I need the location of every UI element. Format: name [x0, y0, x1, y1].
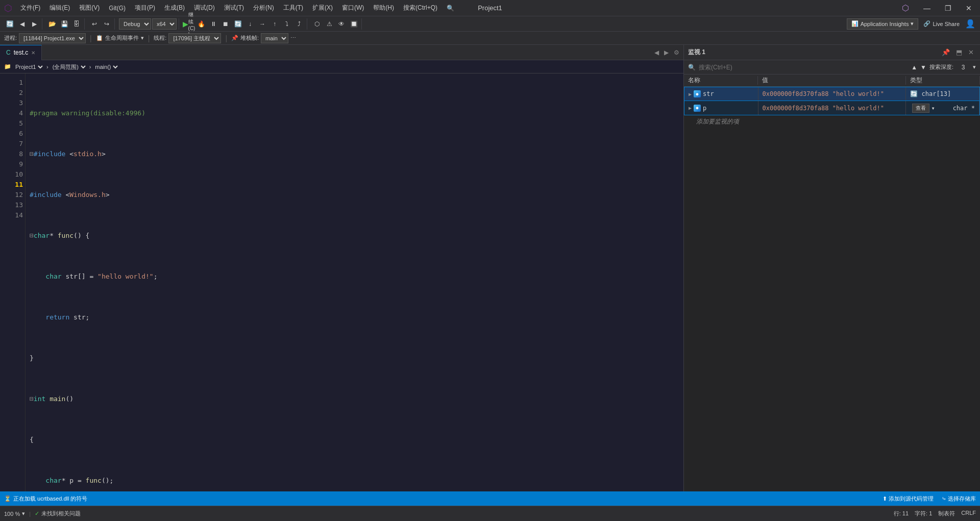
- save-button[interactable]: 💾: [59, 18, 70, 30]
- menu-analyze[interactable]: 分析(N): [249, 3, 278, 13]
- pin-icon[interactable]: 📌: [940, 47, 952, 57]
- search-depth-input[interactable]: [955, 64, 971, 71]
- open-button[interactable]: 📂: [46, 18, 58, 30]
- search-down-icon[interactable]: ▼: [920, 64, 926, 71]
- close-button[interactable]: ✕: [962, 2, 976, 14]
- watch-search-input[interactable]: [699, 64, 908, 71]
- thread-dropdown[interactable]: [17096] 主线程: [168, 33, 221, 43]
- live-share-button[interactable]: 🔗 Live Share: [919, 19, 964, 28]
- menu-search[interactable]: 搜索(Ctrl+Q): [399, 3, 442, 13]
- forward-button[interactable]: ▶: [29, 18, 40, 30]
- zoom-chevron: ▾: [22, 510, 25, 517]
- arch-select[interactable]: x64: [152, 18, 177, 30]
- reload-icon[interactable]: 🔄: [910, 90, 918, 97]
- restart-button[interactable]: 🔄: [232, 18, 243, 30]
- breakpoints-button[interactable]: ⬡: [311, 18, 323, 30]
- step-out-button[interactable]: ↑: [269, 18, 280, 30]
- close-panel-icon[interactable]: ✕: [966, 47, 976, 57]
- watch-actions: 查看 ▾: [910, 104, 937, 113]
- code-line-10: char * p = func ();: [30, 476, 679, 486]
- hot-reload-button[interactable]: 🔥: [195, 18, 207, 30]
- menu-extensions[interactable]: 扩展(X): [308, 3, 337, 13]
- redo-button[interactable]: ↪: [101, 18, 112, 30]
- menu-window[interactable]: 窗口(W): [338, 3, 368, 13]
- tab-settings[interactable]: ⚙: [672, 48, 681, 57]
- menu-help[interactable]: 帮助(H): [369, 3, 398, 13]
- project-breadcrumb[interactable]: Project1: [13, 63, 44, 70]
- tab-testc[interactable]: C test.c ✕: [0, 45, 42, 60]
- stack-section: 📌 堆栈帧: main ⋯: [231, 33, 296, 43]
- stack-dropdown[interactable]: main: [261, 33, 288, 43]
- stop-button[interactable]: ⏹: [220, 18, 231, 30]
- add-source-button[interactable]: ⬆ 添加到源代码管理: [883, 495, 934, 503]
- scope-breadcrumb[interactable]: (全局范围): [51, 63, 87, 70]
- search-up-icon[interactable]: ▲: [911, 64, 917, 71]
- expand-icon-str[interactable]: ▶: [689, 91, 692, 97]
- user-account-button[interactable]: 👤: [965, 18, 976, 30]
- var-icon-str: ●: [694, 90, 701, 97]
- minimize-button[interactable]: —: [919, 2, 935, 14]
- tab-type-indicator[interactable]: 制表符: [938, 510, 955, 517]
- tab-scroll-right[interactable]: ▶: [662, 48, 671, 57]
- tab-scroll-left[interactable]: ◀: [652, 48, 661, 57]
- title-bar: ⬡ 文件(F) 编辑(E) 视图(V) Git(G) 项目(P) 生成(B) 调…: [0, 0, 980, 16]
- view-button[interactable]: 查看: [912, 104, 929, 113]
- watch-row-p[interactable]: ▶ ● p 0x000000f8d370fa88 "hello world!" …: [684, 101, 980, 115]
- editor-panel: C test.c ✕ ◀ ▶ ⚙ 📁 Project1 › (全局范围) › m…: [0, 45, 684, 491]
- watch-button[interactable]: 👁: [336, 18, 347, 30]
- set-next-statement-button[interactable]: ⤴: [293, 18, 305, 30]
- search-icon[interactable]: 🔍: [443, 4, 458, 13]
- code-line-5: char str[] = "hello world!" ;: [30, 271, 679, 282]
- expand-icon-p[interactable]: ▶: [689, 105, 692, 111]
- tab-bar: C test.c ✕ ◀ ▶ ⚙: [0, 45, 683, 60]
- add-watch-row[interactable]: 添加要监视的项: [684, 115, 980, 128]
- undo-button[interactable]: ↩: [89, 18, 100, 30]
- app-insights-button[interactable]: 📊 Application Insights ▾: [847, 18, 919, 30]
- char-indicator[interactable]: 字符: 1: [915, 510, 932, 517]
- watch-table: 名称 值 类型 ▶ ● str 0x000000f8d370fa88 "hell…: [684, 75, 980, 491]
- new-file-button[interactable]: 🔄: [4, 18, 15, 30]
- process-dropdown[interactable]: [11844] Project1.exe: [19, 33, 86, 43]
- float-icon[interactable]: ⬒: [954, 47, 964, 57]
- select-repo-button[interactable]: ⤷ 选择存储库: [942, 495, 976, 503]
- debug-config-select[interactable]: Debug: [119, 18, 151, 30]
- code-content[interactable]: #pragma warning(disable:4996) ⊟ #include…: [26, 73, 683, 491]
- continue-button[interactable]: ▶ 继续(C) ▶: [183, 18, 194, 30]
- step-into-button[interactable]: ↓: [244, 18, 256, 30]
- watch-value-str: 0x000000f8d370fa88 "hello world!": [758, 87, 906, 101]
- step-over-button[interactable]: →: [257, 18, 268, 30]
- pause-button[interactable]: ⏸: [208, 18, 219, 30]
- run-to-cursor-button[interactable]: ⤵: [281, 18, 292, 30]
- stack-label: 堆栈帧:: [240, 34, 259, 42]
- back-button[interactable]: ◀: [16, 18, 28, 30]
- search-depth-chevron[interactable]: ▾: [973, 64, 976, 70]
- menu-tools[interactable]: 工具(T): [279, 3, 307, 13]
- watch-header-actions: 📌 ⬒ ✕: [940, 47, 976, 57]
- stack-actions[interactable]: ⋯: [290, 35, 296, 41]
- vs-logo: ⬡: [4, 3, 12, 14]
- zoom-control[interactable]: 100 % ▾: [4, 510, 25, 517]
- col-value: 值: [758, 76, 906, 85]
- watch-value-p: 0x000000f8d370fa88 "hello world!": [758, 101, 906, 115]
- menu-git[interactable]: Git(G): [105, 4, 130, 13]
- menu-test[interactable]: 测试(T): [220, 3, 248, 13]
- line-indicator[interactable]: 行: 11: [894, 510, 909, 517]
- view-chevron[interactable]: ▾: [932, 105, 935, 112]
- exceptions-button[interactable]: ⚠: [324, 18, 335, 30]
- menu-file[interactable]: 文件(F): [16, 3, 44, 13]
- line-ending-indicator[interactable]: CRLF: [961, 510, 976, 517]
- menu-project[interactable]: 项目(P): [131, 3, 159, 13]
- code-line-9: {: [30, 435, 679, 445]
- bottom-left: 100 % ▾ | ✓ 未找到相关问题: [4, 510, 81, 517]
- memory-button[interactable]: 🔲: [348, 18, 359, 30]
- tab-close-icon[interactable]: ✕: [31, 50, 35, 56]
- save-all-button[interactable]: 🗄: [71, 18, 82, 30]
- menu-edit[interactable]: 编辑(E): [45, 3, 74, 13]
- menu-build[interactable]: 生成(B): [160, 3, 189, 13]
- bottom-right: 行: 11 字符: 1 制表符 CRLF: [894, 510, 976, 517]
- lifecycle-icon: 📋: [96, 35, 103, 41]
- menu-view[interactable]: 视图(V): [75, 3, 104, 13]
- function-breadcrumb[interactable]: main(): [93, 63, 119, 70]
- maximize-button[interactable]: ❐: [941, 2, 955, 14]
- watch-row-str[interactable]: ▶ ● str 0x000000f8d370fa88 "hello world!…: [684, 87, 980, 101]
